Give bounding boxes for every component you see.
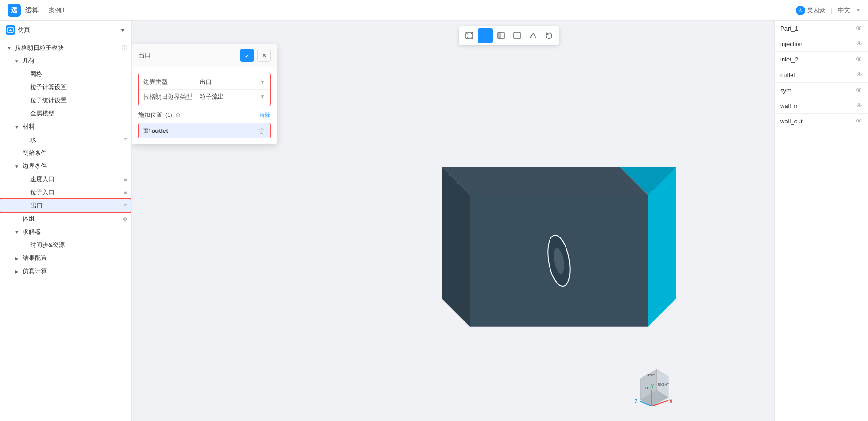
sidebar-collapse-icon[interactable]: ▼: [120, 27, 125, 33]
sidebar-item-water[interactable]: 水 ≡: [0, 133, 131, 146]
sidebar-item-particle-calc[interactable]: 粒子计算设置: [0, 81, 131, 94]
visibility-toggle-icon[interactable]: 👁: [856, 117, 862, 125]
tree-expand-icon[interactable]: ▼: [13, 162, 21, 170]
sidebar-item-solver[interactable]: ▼ 求解器: [0, 225, 131, 238]
tree-expand-icon[interactable]: ▼: [13, 228, 21, 236]
svg-marker-6: [442, 167, 648, 195]
visibility-toggle-icon[interactable]: 👁: [856, 86, 862, 94]
close-panel-button[interactable]: ✕: [257, 49, 271, 62]
confirm-button[interactable]: ✓: [240, 49, 254, 62]
tree-spacer: [21, 70, 28, 78]
sidebar-item-mesh[interactable]: 网格: [0, 68, 131, 81]
sidebar-label: 初始条件: [23, 149, 127, 157]
sidebar-label: 出口: [31, 201, 124, 210]
sidebar-item-lagrange[interactable]: ▼ 拉格朗日粒子模块 ⓘ: [0, 41, 131, 54]
topbar: 远 远算 案例3 人 吴因豪 | 中文 ▼: [0, 0, 868, 21]
tree-spacer: [21, 136, 28, 144]
list-action-icon[interactable]: ≡: [124, 202, 127, 209]
float-panel-outlet: 出口 ✓ ✕ 边界类型 出口 ▼ 拉格朗日边界类型 粒子流出: [132, 44, 277, 144]
position-item: 面: outlet 🗑: [138, 123, 271, 138]
user-info[interactable]: 人 吴因豪: [796, 6, 825, 15]
sidebar-item-particle-inlet[interactable]: 粒子入口 ≡: [0, 186, 131, 199]
topbar-divider: |: [831, 7, 832, 14]
field-dropdown-icon[interactable]: ▼: [260, 93, 265, 100]
sidebar-item-particle-stats[interactable]: 粒子统计设置: [0, 94, 131, 107]
tree-expand-icon[interactable]: ▼: [13, 57, 21, 65]
tree-expand-icon[interactable]: ▶: [13, 254, 21, 262]
tree-spacer: [13, 215, 21, 222]
language-selector[interactable]: 中文: [838, 6, 850, 15]
position-section: 施加位置 (1) ⊕ 清除 面: outlet 🗑: [138, 111, 271, 138]
toolbar-btn-wireframe-solid[interactable]: [494, 28, 509, 43]
position-title-area: 施加位置 (1) ⊕: [138, 111, 181, 119]
tree-expand-icon[interactable]: ▼: [6, 44, 13, 52]
viewport-toolbar: [459, 26, 559, 45]
svg-rect-3: [498, 32, 501, 39]
sidebar-item-sim-calc[interactable]: ▶ 仿真计算: [0, 265, 131, 278]
sidebar-item-timestep[interactable]: 时间步&资源: [0, 238, 131, 252]
tree-spacer: [21, 189, 28, 196]
sidebar-label: 几何: [23, 57, 127, 65]
visibility-toggle-icon[interactable]: 👁: [856, 24, 862, 32]
visibility-toggle-icon[interactable]: 👁: [856, 40, 862, 47]
sidebar-item-outlet[interactable]: 出口 ≡: [0, 199, 131, 212]
right-panel-label: wall_out: [780, 118, 803, 125]
clear-position-button[interactable]: 清除: [259, 111, 271, 119]
svg-text:TOP: TOP: [647, 373, 655, 377]
language-dropdown-icon[interactable]: ▼: [856, 8, 860, 13]
center-panel: 出口 ✓ ✕ 边界类型 出口 ▼ 拉格朗日边界类型 粒子流出: [132, 21, 774, 421]
visibility-toggle-icon[interactable]: 👁: [856, 71, 862, 78]
sidebar-item-body-force[interactable]: 体组 ⊕: [0, 212, 131, 225]
visibility-toggle-icon[interactable]: 👁: [856, 102, 862, 109]
project-name: 案例3: [49, 6, 64, 15]
fields-group: 边界类型 出口 ▼ 拉格朗日边界类型 粒子流出 ▼: [138, 73, 271, 106]
toolbar-btn-solid[interactable]: [478, 28, 493, 43]
field-dropdown-icon[interactable]: ▼: [260, 79, 265, 85]
float-panel-header: 出口 ✓ ✕: [132, 44, 277, 67]
toolbar-btn-reset[interactable]: [542, 28, 557, 43]
right-panel-item-sym: sym 👁: [775, 83, 868, 98]
field-label-lagrange-type: 拉格朗日边界类型: [143, 92, 200, 101]
user-avatar-icon: 人: [796, 6, 805, 15]
toolbar-btn-perspective[interactable]: [462, 28, 477, 43]
sidebar-item-result-config[interactable]: ▶ 结果配置: [0, 252, 131, 265]
app-name: 远算: [25, 6, 39, 15]
tree-spacer: [21, 84, 28, 91]
sidebar-item-metal-model[interactable]: 金属模型: [0, 107, 131, 120]
add-position-icon[interactable]: ⊕: [175, 111, 181, 119]
sidebar-label: 网格: [30, 70, 127, 78]
delete-position-icon[interactable]: 🗑: [258, 127, 265, 135]
field-value-boundary-type: 出口: [200, 78, 260, 86]
sidebar-item-velocity-inlet[interactable]: 速度入口 ≡: [0, 173, 131, 186]
toolbar-btn-wireframe[interactable]: [510, 28, 525, 43]
sidebar-item-init-cond[interactable]: 初始条件: [0, 146, 131, 160]
user-name: 吴因豪: [807, 6, 825, 15]
sidebar-label: 体组: [23, 214, 123, 223]
position-item-prefix: 面:: [143, 127, 150, 135]
field-value-lagrange-type: 粒子流出: [200, 92, 260, 101]
toolbar-btn-surface[interactable]: [526, 28, 541, 43]
svg-text:Z: Z: [635, 399, 637, 404]
sidebar-item-boundary[interactable]: ▼ 边界条件: [0, 160, 131, 173]
sidebar-label: 速度入口: [30, 175, 124, 184]
visibility-toggle-icon[interactable]: 👁: [856, 55, 862, 63]
app-logo-icon: 远: [8, 4, 21, 17]
info-icon[interactable]: ⓘ: [122, 44, 127, 52]
right-panel-label: wall_in: [780, 102, 799, 109]
add-icon[interactable]: ⊕: [123, 215, 127, 222]
right-panel-item-part1: Part_1 👁: [775, 21, 868, 36]
list-action-icon[interactable]: ≡: [124, 176, 127, 183]
sidebar-item-material[interactable]: ▼ 材料: [0, 120, 131, 133]
list-action-icon[interactable]: ≡: [124, 137, 127, 143]
float-panel-body: 边界类型 出口 ▼ 拉格朗日边界类型 粒子流出 ▼ 施加位置: [132, 67, 277, 144]
sidebar-label: 拉格朗日粒子模块: [15, 44, 122, 52]
field-boundary-type: 边界类型 出口 ▼: [139, 75, 270, 90]
list-action-icon[interactable]: ≡: [124, 189, 127, 196]
sidebar-item-geometry[interactable]: ▼ 几何: [0, 54, 131, 68]
tree-spacer: [21, 202, 29, 209]
right-panel-item-outlet: outlet 👁: [775, 67, 868, 83]
sidebar-label: 粒子计算设置: [30, 83, 127, 92]
tree-expand-icon[interactable]: ▶: [13, 268, 21, 275]
right-panel-item-wall-in: wall_in 👁: [775, 98, 868, 114]
tree-expand-icon[interactable]: ▼: [13, 123, 21, 130]
